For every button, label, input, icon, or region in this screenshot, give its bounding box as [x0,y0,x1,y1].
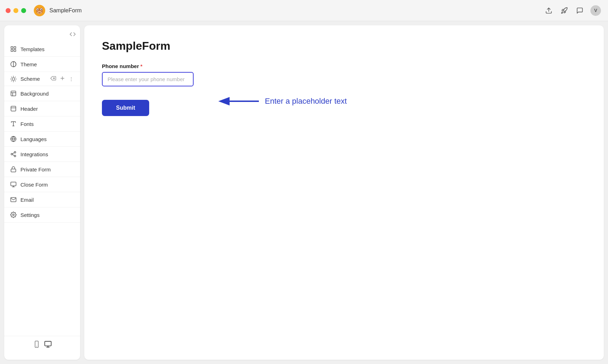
theme-label: Theme [20,61,74,67]
svg-rect-50 [44,341,51,346]
svg-point-9 [38,12,41,14]
sidebar-item-private-form[interactable]: Private Form [4,162,80,177]
sidebar-item-integrations[interactable]: Integrations [4,147,80,162]
settings-label: Settings [20,212,74,218]
avatar[interactable]: V [590,5,601,16]
svg-rect-48 [35,341,38,347]
header-label: Header [20,106,74,112]
sidebar-item-email[interactable]: Email [4,192,80,207]
mobile-view-icon[interactable] [33,340,41,350]
scheme-icon [10,75,17,83]
svg-point-7 [41,9,42,10]
app-title: SampleForm [49,7,82,14]
svg-line-19 [11,77,12,77]
sidebar-top [4,31,80,42]
submit-button[interactable]: Submit [102,100,149,116]
integrations-icon [10,151,17,158]
scheme-actions: ⋮ [50,75,74,83]
sidebar-item-languages[interactable]: Languages [4,132,80,147]
main-container: Templates Theme [0,21,608,364]
scheme-label: Scheme [20,76,50,82]
fonts-icon [10,120,17,127]
templates-icon [10,46,17,53]
annotation-arrow [218,94,261,108]
field-label-text: Phone number [102,63,139,69]
logo-icon [33,4,46,17]
required-indicator: * [140,63,142,69]
svg-rect-13 [11,50,13,51]
settings-icon [10,211,17,218]
sidebar-item-fonts[interactable]: Fonts [4,116,80,132]
form-title: SampleForm [102,40,586,53]
sidebar-item-scheme[interactable]: Scheme ⋮ [4,72,80,86]
sidebar-item-templates[interactable]: Templates [4,42,80,57]
svg-rect-32 [11,106,16,111]
svg-rect-11 [11,47,13,48]
svg-line-42 [12,153,14,154]
svg-rect-14 [14,50,16,51]
field-label: Phone number * [102,63,586,69]
close-form-icon [10,181,17,188]
minimize-button[interactable] [13,8,18,13]
sidebar-footer [4,336,80,354]
svg-rect-29 [11,91,16,96]
titlebar-center: SampleForm [33,4,82,17]
svg-line-20 [15,80,16,81]
private-form-icon [10,166,17,173]
email-label: Email [20,197,74,203]
maximize-button[interactable] [21,8,26,13]
rocket-icon[interactable] [559,6,569,16]
scheme-delete-icon[interactable] [50,75,57,83]
languages-icon [10,135,17,142]
sidebar-item-background[interactable]: Background [4,86,80,101]
fonts-label: Fonts [20,121,74,127]
scheme-add-icon[interactable] [59,75,66,83]
sidebar-item-close-form[interactable]: Close Form [4,177,80,192]
annotation-text: Enter a placeholder text [265,97,347,106]
svg-line-23 [11,80,12,81]
code-icon[interactable] [69,31,76,39]
phone-input[interactable] [102,72,194,86]
sidebar-item-theme[interactable]: Theme [4,57,80,72]
svg-rect-44 [11,182,16,186]
annotation-container: Enter a placeholder text [218,94,347,108]
svg-line-24 [15,77,16,77]
templates-label: Templates [20,46,74,52]
svg-point-16 [12,78,15,80]
background-icon [10,90,17,97]
sidebar-item-header[interactable]: Header [4,101,80,116]
integrations-label: Integrations [20,151,74,157]
scheme-more-icon[interactable]: ⋮ [68,75,74,83]
window-controls [6,8,26,13]
upload-icon[interactable] [544,6,554,16]
sidebar: Templates Theme [4,25,80,360]
private-form-label: Private Form [20,166,74,172]
content-area: SampleForm Phone number * Submit Enter a… [84,25,604,360]
svg-line-41 [12,154,14,156]
message-icon[interactable] [575,6,585,16]
sidebar-item-settings[interactable]: Settings [4,207,80,223]
svg-point-6 [37,9,38,10]
titlebar: SampleForm V [0,0,608,21]
svg-rect-12 [14,47,16,48]
close-button[interactable] [6,8,11,13]
desktop-view-icon[interactable] [44,340,52,350]
header-icon [10,105,17,112]
background-label: Background [20,91,74,97]
phone-field-group: Phone number * [102,63,586,86]
close-form-label: Close Form [20,182,74,188]
titlebar-actions: V [544,5,601,16]
svg-rect-43 [11,169,16,172]
theme-icon [10,61,17,68]
svg-point-47 [13,214,14,216]
languages-label: Languages [20,136,74,142]
email-icon [10,196,17,203]
